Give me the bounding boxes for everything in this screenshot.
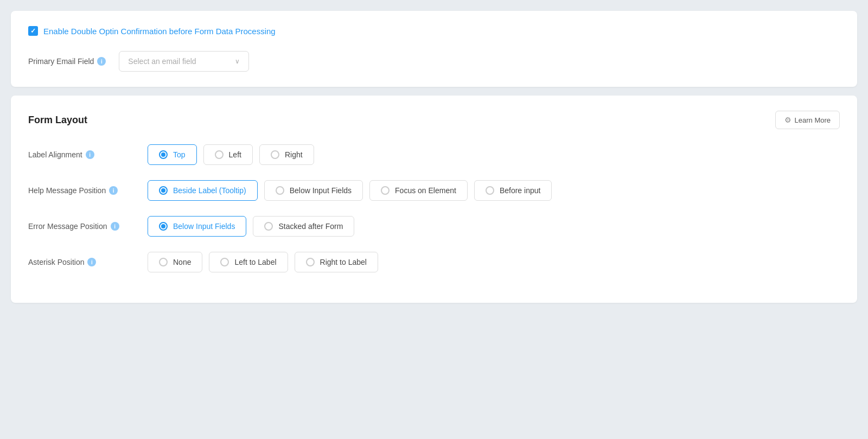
- radio-label-asterisk_position-right_to_label: Right to Label: [320, 258, 367, 266]
- email-field-label: Primary Email Field i: [28, 57, 106, 66]
- radio-options-asterisk_position: NoneLeft to LabelRight to Label: [148, 252, 378, 272]
- radio-circle-error_message_position-below_input: [159, 222, 168, 231]
- email-field-row: Primary Email Field i Select an email fi…: [28, 51, 840, 72]
- radio-label-asterisk_position-none: None: [173, 258, 191, 266]
- radio-option-asterisk_position-right_to_label[interactable]: Right to Label: [295, 252, 378, 272]
- radio-options-error_message_position: Below Input FieldsStacked after Form: [148, 216, 354, 237]
- radio-option-label_alignment-left[interactable]: Left: [203, 144, 253, 165]
- form-layout-card: Form Layout ⚙ Learn More Label Alignment…: [11, 96, 857, 303]
- email-field-info-icon[interactable]: i: [97, 57, 106, 66]
- section-title: Form Layout: [28, 114, 87, 126]
- learn-more-label: Learn More: [795, 116, 831, 124]
- radio-option-error_message_position-below_input[interactable]: Below Input Fields: [148, 216, 246, 237]
- radio-circle-help_message_position-below_input: [276, 186, 284, 195]
- radio-circle-help_message_position-before_input: [486, 186, 494, 195]
- email-field-placeholder: Select an email field: [128, 57, 196, 66]
- setting-row-help_message_position: Help Message PositioniBeside Label (Tool…: [28, 180, 840, 201]
- radio-options-help_message_position: Beside Label (Tooltip)Below Input Fields…: [148, 180, 552, 201]
- radio-circle-label_alignment-right: [271, 150, 279, 159]
- setting-row-error_message_position: Error Message PositioniBelow Input Field…: [28, 216, 840, 237]
- info-icon-asterisk_position[interactable]: i: [87, 258, 96, 266]
- radio-circle-asterisk_position-none: [159, 258, 168, 266]
- radio-label-help_message_position-focus_on_element: Focus on Element: [395, 186, 456, 195]
- setting-row-label_alignment: Label AlignmentiTopLeftRight: [28, 144, 840, 165]
- radio-circle-label_alignment-left: [215, 150, 224, 159]
- radio-option-help_message_position-before_input[interactable]: Before input: [474, 180, 552, 201]
- radio-circle-asterisk_position-left_to_label: [220, 258, 229, 266]
- email-field-select[interactable]: Select an email field ∨: [119, 51, 249, 72]
- radio-option-asterisk_position-none[interactable]: None: [148, 252, 202, 272]
- gear-icon: ⚙: [784, 116, 792, 124]
- info-icon-label_alignment[interactable]: i: [86, 150, 94, 159]
- setting-label-asterisk_position: Asterisk Positioni: [28, 258, 137, 266]
- radio-option-label_alignment-top[interactable]: Top: [148, 144, 197, 165]
- radio-option-help_message_position-focus_on_element[interactable]: Focus on Element: [369, 180, 468, 201]
- radio-label-help_message_position-before_input: Before input: [500, 186, 541, 195]
- double-optin-card: Enable Double Optin Confirmation before …: [11, 11, 857, 87]
- radio-circle-label_alignment-top: [159, 150, 168, 159]
- radio-options-label_alignment: TopLeftRight: [148, 144, 314, 165]
- radio-option-help_message_position-beside_label[interactable]: Beside Label (Tooltip): [148, 180, 258, 201]
- info-icon-error_message_position[interactable]: i: [111, 222, 119, 231]
- setting-label-help_message_position: Help Message Positioni: [28, 186, 137, 195]
- radio-option-error_message_position-stacked_after[interactable]: Stacked after Form: [253, 216, 354, 237]
- settings-container: Label AlignmentiTopLeftRightHelp Message…: [28, 144, 840, 272]
- learn-more-button[interactable]: ⚙ Learn More: [775, 111, 840, 129]
- radio-option-help_message_position-below_input[interactable]: Below Input Fields: [264, 180, 363, 201]
- radio-label-label_alignment-left: Left: [229, 150, 241, 159]
- radio-circle-help_message_position-focus_on_element: [381, 186, 390, 195]
- radio-circle-help_message_position-beside_label: [159, 186, 168, 195]
- optin-row: Enable Double Optin Confirmation before …: [28, 26, 840, 36]
- radio-label-help_message_position-beside_label: Beside Label (Tooltip): [173, 186, 246, 195]
- info-icon-help_message_position[interactable]: i: [109, 186, 118, 195]
- radio-circle-asterisk_position-right_to_label: [306, 258, 315, 266]
- chevron-down-icon: ∨: [235, 58, 240, 65]
- radio-circle-error_message_position-stacked_after: [264, 222, 273, 231]
- setting-row-asterisk_position: Asterisk PositioniNoneLeft to LabelRight…: [28, 252, 840, 272]
- radio-option-label_alignment-right[interactable]: Right: [259, 144, 314, 165]
- radio-label-help_message_position-below_input: Below Input Fields: [290, 186, 352, 195]
- optin-checkbox[interactable]: [28, 26, 38, 36]
- setting-label-label_alignment: Label Alignmenti: [28, 150, 137, 159]
- setting-label-error_message_position: Error Message Positioni: [28, 222, 137, 231]
- radio-option-asterisk_position-left_to_label[interactable]: Left to Label: [209, 252, 288, 272]
- radio-label-error_message_position-below_input: Below Input Fields: [173, 222, 235, 231]
- radio-label-error_message_position-stacked_after: Stacked after Form: [278, 222, 343, 231]
- radio-label-label_alignment-top: Top: [173, 150, 186, 159]
- radio-label-asterisk_position-left_to_label: Left to Label: [234, 258, 276, 266]
- radio-label-label_alignment-right: Right: [285, 150, 303, 159]
- optin-label: Enable Double Optin Confirmation before …: [43, 27, 276, 36]
- section-header: Form Layout ⚙ Learn More: [28, 111, 840, 129]
